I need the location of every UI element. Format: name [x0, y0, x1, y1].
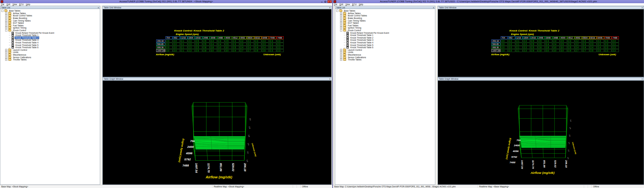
tree-item-limits[interactable]: +Limits [0, 51, 100, 54]
tree-item-fuel-tables[interactable]: +Fuel Tables [335, 24, 435, 27]
grid-cell[interactable]: 2.9 [567, 49, 574, 52]
expand-icon[interactable]: + [340, 17, 342, 19]
tree-item-knock-threshold-table-2[interactable]: Knock Threshold Table 2 [335, 37, 435, 39]
tree-item-knock-control[interactable]: -Knock Control [0, 29, 100, 32]
grid-cell[interactable]: 2.9 [232, 49, 239, 52]
grid-cell[interactable]: 2.0 [166, 43, 173, 46]
grid-cell[interactable]: 2.0 [173, 49, 180, 52]
grid-cell[interactable]: 2.0 [173, 46, 180, 49]
menu-file[interactable]: File [334, 3, 337, 6]
grid-col-header[interactable]: 3488 [553, 36, 560, 39]
grid-cell[interactable]: 2.3 [523, 46, 530, 49]
grid-col-header[interactable]: 7488 [277, 36, 284, 39]
grid-cell[interactable]: 2.4 [262, 46, 269, 49]
table-graph-window-header[interactable]: Table Graph Window x [103, 77, 331, 81]
tree-item-ignition-timing[interactable]: +Ignition Timing [335, 27, 435, 29]
grid-cell[interactable]: 2.7 [247, 49, 254, 52]
grid-cell[interactable]: 2.4 [210, 43, 217, 46]
grid-cell[interactable]: 2.5 [203, 40, 210, 42]
expand-icon[interactable]: + [340, 54, 342, 56]
table-grid-window-header[interactable]: Table Grid Window x [103, 6, 331, 9]
grid-col-header[interactable]: 7008 [604, 36, 611, 39]
grid-cell[interactable]: 3.0 [217, 46, 224, 49]
grid-cell[interactable]: 2.4 [575, 46, 582, 49]
tree-item-knock-threshold-table-6[interactable]: Knock Threshold Table 6 [335, 46, 435, 49]
grid-cell[interactable]: 2.0 [508, 46, 515, 49]
window-titlebar[interactable]: AccessTUNER (COBB Tuning (SoCal)) 911 S … [333, 0, 644, 3]
expand-icon[interactable]: + [5, 27, 7, 29]
grid-cell[interactable]: 2.3 [269, 46, 276, 49]
grid-cell[interactable]: 2.0 [501, 46, 508, 49]
grid-cell[interactable]: 2.2 [240, 43, 247, 46]
minimize-button[interactable] [320, 0, 323, 3]
grid-cell[interactable]: 2.0 [501, 49, 508, 52]
grid-cell[interactable]: 2.8 [538, 49, 545, 52]
tree-item-knock-retard-threshold-per-knock-event[interactable]: Knock Retard Threshold Per Knock Event [0, 31, 100, 34]
grid-cell[interactable]: 2.3 [523, 40, 530, 42]
tree-item-sensor-calibrations[interactable]: +Sensor Calibrations [335, 56, 435, 58]
close-icon[interactable]: x [642, 6, 643, 9]
grid-cell[interactable]: 2.3 [567, 43, 574, 46]
tree-item-knock-threshold-table-1[interactable]: Knock Threshold Table 1 [0, 34, 100, 37]
grid-cell[interactable]: 2.5 [262, 49, 269, 52]
close-icon[interactable]: x [98, 6, 99, 9]
grid-cell[interactable]: 2.1 [180, 40, 187, 42]
grid-row-header[interactable]: 206.18 [156, 40, 165, 42]
grid-cell[interactable]: 2.4 [254, 46, 261, 49]
grid-cell[interactable]: 2.4 [590, 46, 597, 49]
close-icon[interactable]: x [433, 6, 434, 9]
grid-cell[interactable]: 2.5 [560, 43, 567, 46]
grid-cell[interactable]: 2.4 [240, 46, 247, 49]
expand-icon[interactable]: + [340, 51, 342, 53]
grid-col-header[interactable]: 4512 [567, 36, 574, 39]
tree-item-egt-tables[interactable]: +EGT Tables [335, 22, 435, 24]
tree-item-knock-threshold-table-4[interactable]: Knock Threshold Table 4 [335, 41, 435, 44]
grid-cell[interactable]: 2.3 [604, 40, 611, 42]
tree-item-brake-boosting[interactable]: +Brake Boosting [0, 17, 100, 20]
grid-cell[interactable]: 2.3 [523, 49, 530, 52]
grid-cell[interactable]: 2.5 [530, 46, 537, 49]
grid-col-header[interactable]: 992 [173, 36, 180, 39]
grid-col-header[interactable]: 704 [501, 36, 508, 39]
grid-cell[interactable]: 2.2 [575, 40, 582, 42]
tree-item-fuel-tables[interactable]: +Fuel Tables [0, 24, 100, 27]
table-graph-window-header[interactable]: Table Graph Window x [438, 77, 644, 81]
grid-cell[interactable]: 2.3 [262, 43, 269, 46]
grid-row-header[interactable]: 998.36 [156, 46, 165, 49]
tree-item-knock-threshold-table-5[interactable]: Knock Threshold Table 5 [0, 44, 100, 46]
menu-file[interactable]: File [1, 3, 5, 6]
tree-item-airflow-tables[interactable]: +Airflow Tables [335, 12, 435, 15]
grid-col-header[interactable]: 4000 [225, 36, 232, 39]
graph-3d-surface[interactable]: 70424004096579274881497.541174.70851.865… [103, 81, 331, 184]
grid-cell[interactable]: 2.0 [508, 49, 515, 52]
expand-icon[interactable]: + [5, 20, 7, 22]
grid-cell[interactable]: 2.3 [612, 46, 619, 49]
grid-cell[interactable]: 2.1 [180, 49, 187, 52]
grid-cell[interactable]: 2.3 [277, 46, 284, 49]
grid-cell[interactable]: 2.4 [217, 40, 224, 42]
grid-cell[interactable]: 3.0 [560, 46, 567, 49]
collapse-icon[interactable]: - [1, 10, 4, 12]
grid-cell[interactable]: 2.0 [173, 43, 180, 46]
maximize-button[interactable] [324, 0, 327, 3]
grid-col-header[interactable]: 1216 [180, 36, 187, 39]
grid-cell[interactable]: 2.2 [240, 40, 247, 42]
grid-cell[interactable]: 2.5 [530, 43, 537, 46]
grid-col-header[interactable]: 1504 [188, 36, 195, 39]
grid-cell[interactable]: 2.5 [530, 40, 537, 42]
tree-item-knock-threshold-table-3[interactable]: Knock Threshold Table 3 [335, 39, 435, 41]
grid-cell[interactable]: 2.1 [516, 40, 523, 42]
grid-cell[interactable]: 2.7 [582, 49, 589, 52]
grid-cell[interactable]: 2.3 [254, 40, 261, 42]
expand-icon[interactable]: + [5, 49, 7, 51]
menu-help[interactable]: Help [26, 3, 30, 6]
grid-cell[interactable]: 2.3 [269, 49, 276, 52]
grid-cell[interactable]: 2.3 [188, 46, 195, 49]
grid-col-header[interactable]: 7008 [269, 36, 276, 39]
grid-row-header[interactable]: 1497.54 [491, 49, 500, 52]
grid-cell[interactable]: 2.3 [269, 40, 276, 42]
grid-row-header[interactable]: 1497.54 [156, 49, 165, 52]
tree-item-knock-retard-threshold-per-knock-event[interactable]: Knock Retard Threshold Per Knock Event [335, 31, 435, 34]
grid-cell[interactable]: 2.4 [553, 40, 560, 42]
expand-icon[interactable]: + [340, 12, 342, 14]
